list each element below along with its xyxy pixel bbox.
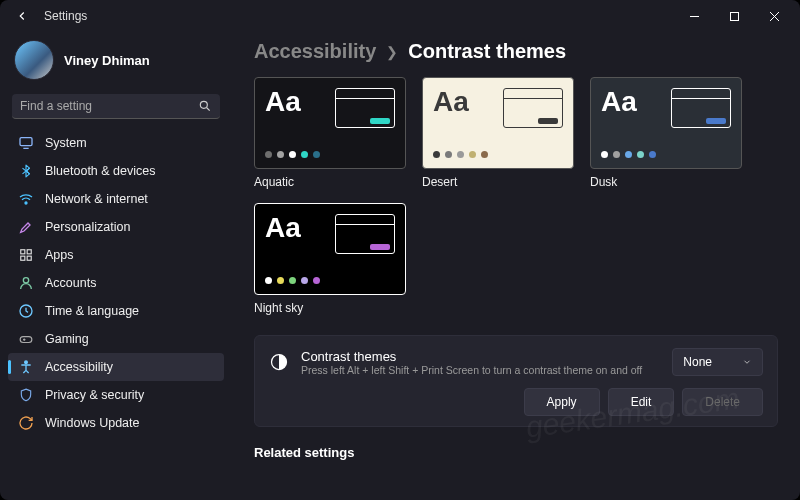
breadcrumb-current: Contrast themes (408, 40, 566, 63)
svg-point-4 (200, 101, 207, 108)
minimize-button[interactable] (674, 2, 714, 30)
svg-rect-12 (27, 256, 31, 260)
contrast-theme-select[interactable]: None (672, 348, 763, 376)
user-name: Viney Dhiman (64, 53, 150, 68)
edit-button[interactable]: Edit (608, 388, 675, 416)
search-input[interactable] (20, 99, 198, 113)
search-icon (198, 99, 212, 113)
svg-rect-1 (730, 12, 738, 20)
sidebar-item-label: Time & language (45, 304, 139, 318)
theme-mini-window (335, 214, 395, 254)
sidebar-item-bluetooth[interactable]: Bluetooth & devices (8, 157, 224, 185)
chevron-right-icon: ❯ (386, 44, 398, 60)
svg-rect-6 (20, 138, 32, 146)
theme-sample-text: Aa (265, 214, 301, 242)
privacy-icon (18, 387, 34, 403)
apps-icon (18, 247, 34, 263)
theme-mini-window (335, 88, 395, 128)
sidebar-item-update[interactable]: Windows Update (8, 409, 224, 437)
user-block[interactable]: Viney Dhiman (8, 36, 224, 90)
system-icon (18, 135, 34, 151)
bluetooth-icon (18, 163, 34, 179)
theme-name: Desert (422, 175, 574, 189)
theme-name: Night sky (254, 301, 406, 315)
window-title: Settings (44, 9, 674, 23)
sidebar-item-accounts[interactable]: Accounts (8, 269, 224, 297)
contrast-setting-panel: Contrast themes Press left Alt + left Sh… (254, 335, 778, 427)
delete-button: Delete (682, 388, 763, 416)
sidebar-item-label: Accounts (45, 276, 96, 290)
sidebar-item-label: Bluetooth & devices (45, 164, 156, 178)
sidebar-item-privacy[interactable]: Privacy & security (8, 381, 224, 409)
main-content: Accessibility ❯ Contrast themes AaAquati… (232, 32, 800, 500)
apply-button[interactable]: Apply (524, 388, 600, 416)
svg-rect-15 (20, 337, 32, 343)
personalization-icon (18, 219, 34, 235)
sidebar-item-label: Apps (45, 248, 74, 262)
theme-tile[interactable]: Aa (254, 77, 406, 169)
time-icon (18, 303, 34, 319)
svg-point-8 (25, 202, 27, 204)
theme-tile[interactable]: Aa (254, 203, 406, 295)
theme-sample-text: Aa (265, 88, 301, 116)
close-button[interactable] (754, 2, 794, 30)
select-value: None (683, 355, 712, 369)
contrast-title: Contrast themes (301, 349, 660, 364)
chevron-down-icon (742, 357, 752, 367)
theme-tile[interactable]: Aa (422, 77, 574, 169)
theme-mini-window (503, 88, 563, 128)
wifi-icon (18, 191, 34, 207)
breadcrumb-parent[interactable]: Accessibility (254, 40, 376, 63)
theme-sample-text: Aa (601, 88, 637, 116)
sidebar-item-personalization[interactable]: Personalization (8, 213, 224, 241)
sidebar-item-accessibility[interactable]: Accessibility (8, 353, 224, 381)
theme-color-dots (601, 151, 731, 158)
theme-color-dots (265, 277, 395, 284)
theme-card-desert: AaDesert (422, 77, 574, 189)
theme-mini-window (671, 88, 731, 128)
sidebar-item-label: Windows Update (45, 416, 140, 430)
sidebar-item-label: Privacy & security (45, 388, 144, 402)
svg-line-5 (207, 108, 210, 111)
back-button[interactable] (10, 9, 34, 23)
contrast-subtitle: Press left Alt + left Shift + Print Scre… (301, 364, 660, 376)
theme-name: Dusk (590, 175, 742, 189)
gaming-icon (18, 331, 34, 347)
maximize-button[interactable] (714, 2, 754, 30)
accounts-icon (18, 275, 34, 291)
avatar (14, 40, 54, 80)
svg-rect-10 (27, 250, 31, 254)
theme-color-dots (433, 151, 563, 158)
svg-point-18 (25, 361, 28, 364)
sidebar-item-time[interactable]: Time & language (8, 297, 224, 325)
theme-sample-text: Aa (433, 88, 469, 116)
sidebar-item-system[interactable]: System (8, 129, 224, 157)
sidebar-item-label: Accessibility (45, 360, 113, 374)
breadcrumb: Accessibility ❯ Contrast themes (254, 36, 778, 77)
sidebar-item-label: Gaming (45, 332, 89, 346)
theme-color-dots (265, 151, 395, 158)
related-settings-heading: Related settings (254, 445, 778, 466)
svg-rect-9 (21, 250, 25, 254)
sidebar-item-label: Network & internet (45, 192, 148, 206)
svg-rect-11 (21, 256, 25, 260)
search-box[interactable] (12, 94, 220, 119)
theme-name: Aquatic (254, 175, 406, 189)
theme-card-dusk: AaDusk (590, 77, 742, 189)
sidebar-item-label: Personalization (45, 220, 130, 234)
sidebar: Viney Dhiman SystemBluetooth & devicesNe… (0, 32, 232, 500)
update-icon (18, 415, 34, 431)
svg-point-13 (23, 278, 28, 283)
themes-grid: AaAquaticAaDesertAaDuskAaNight sky (254, 77, 778, 315)
sidebar-item-wifi[interactable]: Network & internet (8, 185, 224, 213)
contrast-icon (269, 352, 289, 372)
accessibility-icon (18, 359, 34, 375)
sidebar-item-label: System (45, 136, 87, 150)
theme-card-aquatic: AaAquatic (254, 77, 406, 189)
sidebar-item-apps[interactable]: Apps (8, 241, 224, 269)
theme-tile[interactable]: Aa (590, 77, 742, 169)
sidebar-item-gaming[interactable]: Gaming (8, 325, 224, 353)
theme-card-night-sky: AaNight sky (254, 203, 406, 315)
